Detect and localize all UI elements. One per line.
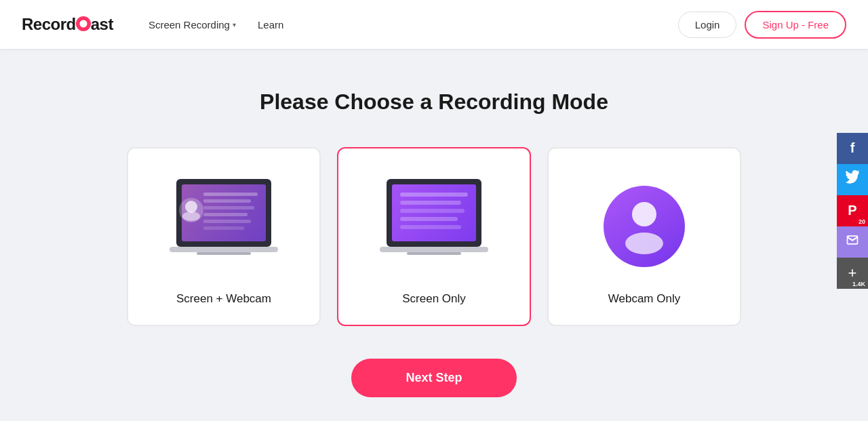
nav-learn-label: Learn [258, 19, 283, 31]
svg-rect-4 [203, 206, 254, 209]
svg-point-23 [632, 202, 656, 226]
logo[interactable]: Recordast [22, 15, 113, 34]
chevron-down-icon: ▾ [233, 21, 236, 28]
svg-rect-18 [400, 217, 458, 221]
nav-screen-recording[interactable]: Screen Recording ▾ [140, 14, 244, 36]
card-webcam-only[interactable]: Webcam Only [547, 147, 741, 326]
page-title: Please Choose a Recording Mode [260, 89, 608, 115]
cards-container: Screen + Webcam [127, 147, 741, 326]
pinterest-icon: P [848, 203, 856, 218]
logo-text-cast: ast [91, 15, 113, 34]
svg-rect-6 [203, 220, 251, 223]
nav-actions: Login Sign Up - Free [678, 11, 846, 39]
card-screen-webcam[interactable]: Screen + Webcam [127, 147, 321, 326]
card-webcam-only-label: Webcam Only [608, 292, 680, 306]
svg-rect-15 [400, 193, 468, 197]
facebook-icon: f [850, 140, 855, 156]
svg-point-10 [182, 212, 200, 221]
logo-c-icon [76, 16, 91, 31]
more-icon: + [848, 264, 857, 282]
email-icon [846, 233, 859, 250]
svg-point-24 [625, 233, 663, 254]
main-content: Please Choose a Recording Mode [0, 49, 868, 421]
svg-rect-2 [203, 193, 258, 196]
logo-text-record: Record [22, 15, 76, 34]
card-screen-webcam-label: Screen + Webcam [176, 292, 271, 306]
screen-only-illustration [366, 170, 502, 279]
svg-rect-12 [197, 252, 251, 255]
nav-learn[interactable]: Learn [250, 14, 292, 36]
svg-rect-11 [170, 247, 278, 252]
facebook-share-button[interactable]: f [837, 133, 868, 164]
signup-button[interactable]: Sign Up - Free [745, 11, 846, 39]
twitter-share-button[interactable] [837, 164, 868, 195]
svg-rect-19 [400, 225, 461, 229]
email-share-button[interactable] [837, 226, 868, 258]
svg-rect-5 [203, 213, 248, 216]
svg-rect-20 [380, 247, 488, 252]
nav-screen-recording-label: Screen Recording [149, 19, 230, 31]
svg-rect-17 [400, 209, 465, 213]
card-screen-only[interactable]: Screen Only [337, 147, 531, 326]
pinterest-count: 20 [859, 218, 865, 225]
svg-rect-3 [203, 199, 251, 203]
card-screen-only-label: Screen Only [402, 292, 466, 306]
nav-links: Screen Recording ▾ Learn [140, 14, 678, 36]
more-share-count: 1.4K [852, 281, 865, 287]
next-step-button[interactable]: Next Step [351, 359, 516, 397]
screen-webcam-illustration [156, 170, 292, 279]
twitter-icon [845, 170, 860, 188]
svg-point-9 [185, 201, 197, 213]
svg-rect-21 [407, 252, 461, 255]
svg-rect-7 [203, 226, 244, 230]
more-share-button[interactable]: + 1.4K [837, 258, 868, 289]
pinterest-share-button[interactable]: P 20 [837, 195, 868, 226]
social-sidebar: f P 20 + 1.4K [837, 133, 868, 289]
navbar: Recordast Screen Recording ▾ Learn Login… [0, 0, 868, 49]
webcam-only-illustration [576, 170, 712, 279]
svg-rect-16 [400, 201, 461, 205]
login-button[interactable]: Login [678, 12, 737, 38]
